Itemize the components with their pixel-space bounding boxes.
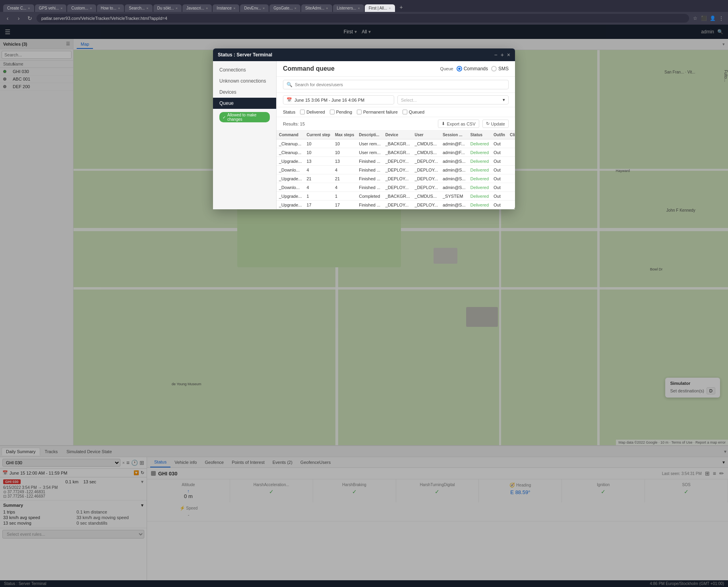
cmd-device-5: _DEPLOY... bbox=[383, 183, 412, 192]
cmd-session-3: admin@S... bbox=[440, 166, 468, 174]
cmd-maxstep-7: 17 bbox=[333, 201, 356, 209]
date-range-picker[interactable]: 📅 June 15 3:06 PM - June 16 4:06 PM bbox=[283, 95, 394, 104]
cmd-session-2: admin@S... bbox=[440, 157, 468, 166]
modal-header: Status : Server Terminal − + × bbox=[213, 48, 515, 61]
check-icon: ✓ bbox=[223, 115, 226, 120]
forward-button[interactable]: › bbox=[14, 14, 23, 23]
cmd-command-3: _Downlo... bbox=[277, 166, 304, 174]
cmd-status-0: Delivered bbox=[468, 139, 491, 148]
cmd-command-6: _Upgrade... bbox=[277, 192, 304, 201]
nav-devices[interactable]: Devices bbox=[213, 87, 276, 98]
cmd-command-4: _Upgrade... bbox=[277, 174, 304, 183]
table-row: _Upgrade... 21 21 Finished ... _DEPLOY..… bbox=[277, 174, 515, 183]
menu-icon[interactable]: ⋮ bbox=[718, 15, 725, 21]
cmd-step-7: 17 bbox=[304, 201, 332, 209]
search-icon-modal: 🔍 bbox=[287, 82, 292, 87]
update-btn[interactable]: ↻ Update bbox=[482, 120, 509, 128]
tab-gps[interactable]: GPS vehi...× bbox=[35, 4, 67, 12]
cmd-user-1: _CMDUS... bbox=[412, 148, 440, 157]
cmd-command-0: _Cleanup... bbox=[277, 139, 304, 148]
modal-expand-btn[interactable]: + bbox=[501, 52, 504, 58]
cmd-outin-5: Out bbox=[491, 183, 507, 192]
cmd-client-time-7 bbox=[507, 201, 515, 209]
commands-data-table: Command Current step Max steps Descripti… bbox=[277, 131, 515, 209]
table-row: _Upgrade... 13 13 Finished ... _DEPLOY..… bbox=[277, 157, 515, 166]
commands-radio[interactable]: Commands bbox=[457, 66, 488, 71]
cmd-user-3: _DEPLOY... bbox=[412, 166, 440, 174]
cmd-outin-2: Out bbox=[491, 157, 507, 166]
profile-icon[interactable]: 👤 bbox=[709, 15, 716, 21]
queued-check-box bbox=[403, 110, 407, 114]
cmd-session-6: _SYSTEM bbox=[440, 192, 468, 201]
cmd-status-1: Delivered bbox=[468, 148, 491, 157]
table-row: _Cleanup... 10 10 User rem... _BACKGR...… bbox=[277, 139, 515, 148]
nav-queue[interactable]: Queue bbox=[213, 98, 276, 109]
export-icon: ⬇ bbox=[441, 121, 445, 126]
tab-howto[interactable]: How to...× bbox=[97, 4, 124, 12]
tab-gpsgate[interactable]: GpsGate...× bbox=[269, 4, 300, 12]
cmd-maxstep-6: 1 bbox=[333, 192, 356, 201]
sms-radio[interactable]: SMS bbox=[491, 66, 509, 71]
calendar-icon-modal: 📅 bbox=[287, 97, 292, 102]
tab-search[interactable]: Search...× bbox=[125, 4, 152, 12]
modal-sidebar: Connections Unknown connections Devices … bbox=[213, 61, 277, 209]
cmd-outin-4: Out bbox=[491, 174, 507, 183]
delivered-checkbox[interactable]: Delivered bbox=[300, 110, 325, 114]
tab-javascript[interactable]: Javascri...× bbox=[182, 4, 212, 12]
modal-close-btn[interactable]: × bbox=[507, 52, 510, 58]
cmd-step-2: 13 bbox=[304, 157, 332, 166]
browser-chrome: Create C...× GPS vehi...× Custom...× How… bbox=[0, 0, 728, 25]
tab-instance[interactable]: Instance× bbox=[213, 4, 239, 12]
export-csv-btn[interactable]: ⬇ Export as CSV bbox=[438, 120, 479, 128]
cmd-client-time-1 bbox=[507, 148, 515, 157]
cmd-command-1: _Cleanup... bbox=[277, 148, 304, 157]
nav-unknown-connections[interactable]: Unknown connections bbox=[213, 75, 276, 87]
extension-icon[interactable]: ⬛ bbox=[700, 15, 707, 21]
cmd-maxstep-0: 10 bbox=[333, 139, 356, 148]
cmd-desc-2: Finished ... bbox=[356, 157, 383, 166]
dropdown-filter[interactable]: Select... ▾ bbox=[397, 95, 509, 104]
tab-custom[interactable]: Custom...× bbox=[67, 4, 96, 12]
tab-siteadmin[interactable]: SiteAdmi...× bbox=[301, 4, 332, 12]
permanent-failure-checkbox[interactable]: Permanent failure bbox=[357, 110, 398, 114]
tab-du[interactable]: Du sökt...× bbox=[153, 4, 182, 12]
cmd-session-5: admin@S... bbox=[440, 183, 468, 192]
cmd-outin-7: Out bbox=[491, 201, 507, 209]
col-status: Status bbox=[468, 131, 491, 139]
cmd-device-7: _DEPLOY... bbox=[383, 201, 412, 209]
cmd-command-2: _Upgrade... bbox=[277, 157, 304, 166]
cmd-user-7: _DEPLOY... bbox=[412, 201, 440, 209]
table-row: _Upgrade... 1 1 Completed _BACKGR... _CM… bbox=[277, 192, 515, 201]
cmd-outin-0: Out bbox=[491, 139, 507, 148]
nav-connections[interactable]: Connections bbox=[213, 64, 276, 75]
reload-button[interactable]: ↻ bbox=[25, 14, 34, 23]
tab-create[interactable]: Create C...× bbox=[3, 4, 34, 12]
cmd-command-7: _Upgrade... bbox=[277, 201, 304, 209]
tab-listeners[interactable]: Listeners...× bbox=[333, 4, 364, 12]
address-bar[interactable] bbox=[37, 14, 689, 23]
table-row: _Cleanup... 10 10 User rem... _BACKGR...… bbox=[277, 148, 515, 157]
pending-checkbox[interactable]: Pending bbox=[330, 110, 352, 114]
modal-body: Connections Unknown connections Devices … bbox=[213, 61, 515, 209]
cmd-user-6: _CMDUS... bbox=[412, 192, 440, 201]
device-user-search[interactable] bbox=[295, 82, 505, 87]
cmd-device-0: _BACKGR... bbox=[383, 139, 412, 148]
cmd-user-4: _DEPLOY... bbox=[412, 174, 440, 183]
modal-minimize-btn[interactable]: − bbox=[494, 52, 497, 58]
tab-devenv[interactable]: DevEnv...× bbox=[240, 4, 269, 12]
cmd-step-5: 4 bbox=[304, 183, 332, 192]
queued-checkbox[interactable]: Queued bbox=[403, 110, 424, 114]
tab-new[interactable]: + bbox=[396, 2, 407, 12]
cmd-status-2: Delivered bbox=[468, 157, 491, 166]
cmd-step-1: 10 bbox=[304, 148, 332, 157]
modal-content-header: Command queue Queue Commands SMS bbox=[277, 61, 515, 77]
col-device: Device bbox=[383, 131, 412, 139]
results-bar: Results: 15 ⬇ Export as CSV ↻ Update bbox=[277, 117, 515, 131]
tab-first-all[interactable]: First | All...× bbox=[365, 4, 395, 12]
bookmark-icon[interactable]: ☆ bbox=[691, 15, 699, 21]
cmd-command-5: _Downlo... bbox=[277, 183, 304, 192]
date-filter: 📅 June 15 3:06 PM - June 16 4:06 PM Sele… bbox=[277, 93, 515, 107]
pending-check-box bbox=[330, 110, 335, 114]
server-terminal-modal: Status : Server Terminal − + × Connectio… bbox=[213, 48, 515, 209]
back-button[interactable]: ‹ bbox=[3, 14, 12, 23]
